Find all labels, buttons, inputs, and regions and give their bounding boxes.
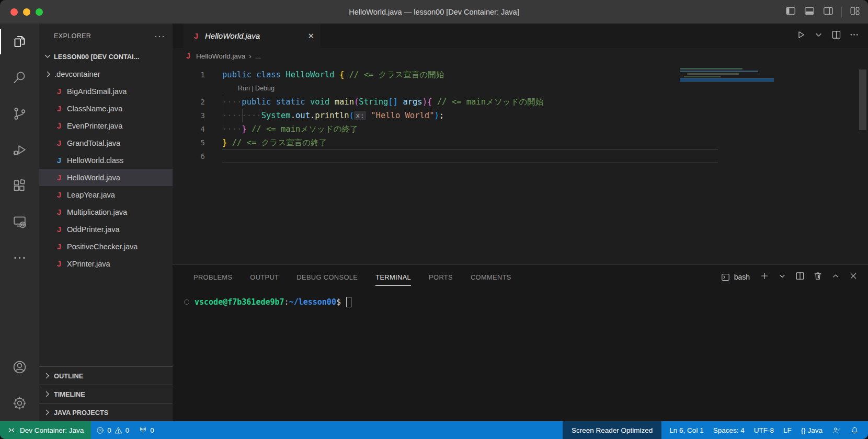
terminal-dropdown-button[interactable] <box>777 271 787 283</box>
toggle-panel-button[interactable] <box>804 5 815 19</box>
code-line-6[interactable]: 6 <box>173 149 868 163</box>
activity-item-run-debug[interactable] <box>0 132 39 168</box>
status--java[interactable]: {} Java <box>796 421 827 439</box>
breadcrumb-rest[interactable]: ... <box>255 52 261 60</box>
remote-indicator[interactable]: Dev Container: Java <box>0 421 91 439</box>
close-tab-icon[interactable]: ✕ <box>307 31 314 41</box>
titlebar-separator <box>841 7 842 17</box>
terminal-shell-chip[interactable]: bash <box>721 272 750 282</box>
breadcrumb[interactable]: J HelloWorld.java › ... <box>173 48 868 64</box>
file-row-multiplication-java[interactable]: JMultiplication.java <box>39 203 173 221</box>
activity-item-more[interactable] <box>0 240 39 276</box>
file-row-positivechecker-java[interactable]: JPositiveChecker.java <box>39 238 173 255</box>
current-line-highlight <box>222 149 718 163</box>
new-terminal-button[interactable] <box>759 271 770 283</box>
chevron-down-icon <box>43 52 52 61</box>
file-row-grandtotal-java[interactable]: JGrandTotal.java <box>39 134 173 152</box>
section-outline[interactable]: OUTLINE <box>39 366 173 385</box>
java-file-icon: J <box>55 259 63 268</box>
terminal-prompt-line: vscode@f7b361ede9b7:~/lesson00$ <box>184 297 351 307</box>
file-row--devcontainer[interactable]: .devcontainer <box>39 65 173 83</box>
minimap[interactable] <box>680 68 761 82</box>
status-spaces-4[interactable]: Spaces: 4 <box>709 421 749 439</box>
ports-indicator[interactable]: 0 <box>134 421 159 439</box>
run-dropdown-button[interactable] <box>813 29 824 42</box>
activity-item-search[interactable] <box>0 60 39 96</box>
activity-item-settings[interactable] <box>0 385 39 421</box>
terminal-prompt-char: $ <box>336 297 341 307</box>
java-file-icon: J <box>55 138 63 147</box>
close-window-button[interactable] <box>10 8 18 16</box>
codelens-run-debug[interactable]: Run | Debug <box>173 85 275 92</box>
section-java-projects[interactable]: JAVA PROJECTS <box>39 403 173 421</box>
split-terminal-button[interactable] <box>795 271 805 283</box>
problems-indicator[interactable]: 0 0 <box>91 421 134 439</box>
error-count: 0 <box>107 426 111 434</box>
sidebar-more-actions-button[interactable]: ··· <box>154 31 165 42</box>
file-row-helloworld-java[interactable]: JHelloWorld.java <box>39 169 173 186</box>
customize-layout-icon <box>849 5 861 17</box>
file-row-oddprinter-java[interactable]: JOddPrinter.java <box>39 221 173 238</box>
split-icon <box>831 29 842 40</box>
split-editor-button[interactable] <box>831 29 842 42</box>
sidebar-header: EXPLORER ··· <box>39 24 173 49</box>
editor-tab-bar: J HelloWorld.java ✕ <box>173 24 868 48</box>
radio-tower-icon <box>139 426 147 435</box>
explorer-icon <box>12 33 28 50</box>
chevron-down-icon <box>813 29 824 40</box>
status-lf[interactable]: LF <box>779 421 796 439</box>
editor-scrollbar[interactable] <box>859 70 866 130</box>
folder-root-row[interactable]: LESSON00 [DEV CONTAI... <box>39 49 173 64</box>
file-row-classname-java[interactable]: JClassName.java <box>39 100 173 117</box>
code-line-2[interactable]: 2····public static void main(String[] ar… <box>173 95 868 109</box>
panel-header: PROBLEMSOUTPUTDEBUG CONSOLETERMINALPORTS… <box>173 264 868 290</box>
activity-item-extensions[interactable] <box>0 168 39 204</box>
activity-item-explorer[interactable] <box>0 24 39 60</box>
class-file-icon: J <box>55 156 63 165</box>
file-row-xprinter-java[interactable]: JXPrinter.java <box>39 255 173 272</box>
breadcrumb-file[interactable]: HelloWorld.java <box>196 52 245 60</box>
activity-item-remote-explorer[interactable] <box>0 204 39 240</box>
minimap-current-line <box>680 78 774 82</box>
toggle-primary-sidebar-button[interactable] <box>785 5 796 19</box>
maximize-panel-button[interactable] <box>830 271 841 283</box>
remote-label: Dev Container: Java <box>20 426 84 434</box>
file-row-helloworld-class[interactable]: JHelloWorld.class <box>39 152 173 169</box>
toggle-secondary-sidebar-button[interactable] <box>823 5 834 19</box>
file-row-leapyear-java[interactable]: JLeapYear.java <box>39 186 173 203</box>
panel-tab-problems[interactable]: PROBLEMS <box>193 264 232 290</box>
panel-tab-output[interactable]: OUTPUT <box>250 264 279 290</box>
panel-tab-terminal[interactable]: TERMINAL <box>375 264 411 290</box>
panel-tab-debug-console[interactable]: DEBUG CONSOLE <box>296 264 358 290</box>
code-line-5[interactable]: 5} // <= クラス宣言の終了 <box>173 136 868 149</box>
chevron-right-icon <box>44 70 53 78</box>
feedback-button[interactable] <box>827 421 846 439</box>
run-java-button[interactable] <box>795 29 806 42</box>
minimize-window-button[interactable] <box>23 8 30 16</box>
zoom-window-button[interactable] <box>36 8 43 16</box>
section-timeline[interactable]: TIMELINE <box>39 385 173 403</box>
terminal-command-decoration-icon[interactable] <box>184 299 189 305</box>
activity-item-accounts[interactable] <box>0 349 39 385</box>
panel-tab-ports[interactable]: PORTS <box>429 264 453 290</box>
customize-layout-button[interactable] <box>849 5 861 19</box>
terminal[interactable]: vscode@f7b361ede9b7:~/lesson00$ <box>173 290 868 421</box>
kill-terminal-button[interactable] <box>813 271 823 283</box>
status-screen-reader-optimized[interactable]: Screen Reader Optimized <box>563 421 661 439</box>
tab-helloworld-java[interactable]: J HelloWorld.java ✕ <box>184 24 321 48</box>
status-utf-8[interactable]: UTF-8 <box>749 421 779 439</box>
code-line-3[interactable]: 3········System.out.println(x: "Hello Wo… <box>173 109 868 122</box>
file-row-bigandsmall-java[interactable]: JBigAndSmall.java <box>39 83 173 100</box>
close-icon <box>848 271 859 281</box>
tab-label: HelloWorld.java <box>205 31 303 40</box>
close-panel-button[interactable] <box>848 271 859 283</box>
activity-item-source-control[interactable] <box>0 96 39 132</box>
code-line-4[interactable]: 4····} // <= mainメソッドの終了 <box>173 122 868 136</box>
status-ln-6-col-1[interactable]: Ln 6, Col 1 <box>665 421 708 439</box>
panel-tab-comments[interactable]: COMMENTS <box>471 264 511 290</box>
chevron-up-icon <box>830 271 841 281</box>
notifications-button[interactable] <box>846 421 864 439</box>
editor-more-actions-button[interactable] <box>849 29 860 42</box>
code-editor[interactable]: 1public class HelloWorld { // <= クラス宣言の開… <box>173 64 868 264</box>
file-row-evenprinter-java[interactable]: JEvenPrinter.java <box>39 117 173 134</box>
